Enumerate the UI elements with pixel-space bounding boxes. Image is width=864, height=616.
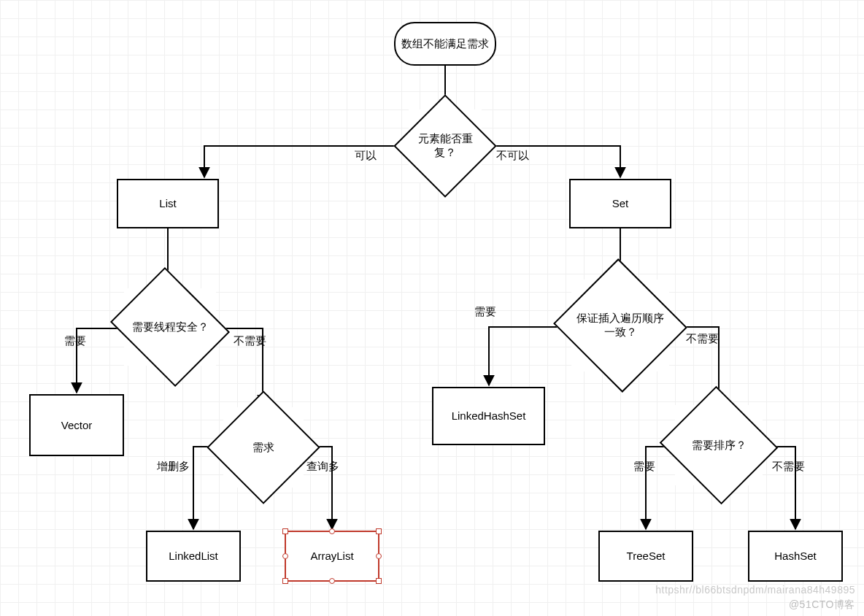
label-notneed-1: 不需要 — [234, 334, 266, 348]
handle-nw[interactable] — [282, 528, 288, 534]
box-treeset[interactable]: TreeSet — [598, 531, 693, 582]
box-vector[interactable]: Vector — [29, 394, 124, 456]
box-set-text: Set — [612, 196, 629, 211]
box-linkedlist-text: LinkedList — [169, 549, 218, 563]
box-vector-text: Vector — [61, 418, 93, 433]
label-need-3: 需要 — [633, 460, 655, 474]
label-need-1: 需要 — [64, 334, 86, 348]
handle-n[interactable] — [329, 528, 335, 534]
label-more-add: 增删多 — [157, 460, 190, 474]
flowchart-canvas: 数组不能满足需求 元素能否重复？ 可以 不可以 List Set 需要线程安全？… — [0, 0, 864, 616]
box-hashset[interactable]: HashSet — [748, 531, 843, 582]
start-node[interactable]: 数组不能满足需求 — [394, 22, 496, 66]
label-no: 不可以 — [496, 149, 529, 163]
decision-sort-text: 需要排序？ — [687, 439, 751, 453]
start-text: 数组不能满足需求 — [401, 36, 489, 51]
box-linkedlist[interactable]: LinkedList — [146, 531, 241, 582]
decision-order[interactable]: 保证插入遍历顺序一致？ — [571, 280, 669, 371]
label-yes: 可以 — [355, 149, 377, 163]
box-linkedhashset[interactable]: LinkedHashSet — [432, 387, 545, 445]
box-arraylist-text: ArrayList — [310, 549, 353, 563]
handle-e[interactable] — [376, 553, 382, 559]
decision-threadsafe-text: 需要线程安全？ — [128, 320, 213, 334]
box-linkedhashset-text: LinkedHashSet — [452, 409, 526, 423]
decision-repeatable-text: 元素能否重复？ — [409, 132, 482, 160]
decision-sort[interactable]: 需要排序？ — [675, 405, 763, 485]
decision-need[interactable]: 需求 — [223, 407, 304, 488]
label-notneed-3: 不需要 — [772, 460, 805, 474]
label-need-2: 需要 — [474, 305, 496, 319]
box-treeset-text: TreeSet — [627, 549, 666, 563]
box-list-text: List — [159, 196, 176, 211]
handle-sw[interactable] — [282, 578, 288, 584]
box-hashset-text: HashSet — [774, 549, 817, 563]
box-arraylist-selected[interactable]: ArrayList — [285, 531, 379, 582]
decision-order-text: 保证插入遍历顺序一致？ — [571, 312, 669, 339]
box-set[interactable]: Set — [569, 179, 671, 228]
handle-se[interactable] — [376, 578, 382, 584]
decision-repeatable[interactable]: 元素能否重复？ — [409, 109, 482, 182]
label-notneed-2: 不需要 — [686, 332, 719, 346]
handle-w[interactable] — [282, 553, 288, 559]
label-more-query: 查询多 — [306, 460, 339, 474]
decision-threadsafe[interactable]: 需要线程安全？ — [124, 288, 216, 366]
box-list[interactable]: List — [117, 179, 219, 228]
handle-ne[interactable] — [376, 528, 382, 534]
decision-need-text: 需求 — [248, 441, 279, 455]
handle-s[interactable] — [329, 578, 335, 584]
